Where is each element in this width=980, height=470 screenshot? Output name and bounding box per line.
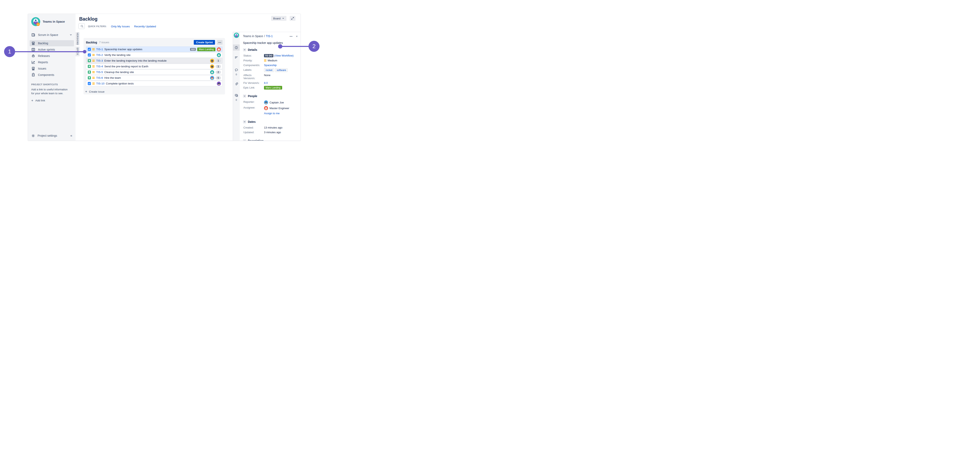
sidebar-item-reports[interactable]: Reports	[30, 59, 74, 65]
issue-row-tis-5[interactable]: TIS-5 Cleanup the landing site 2	[86, 69, 223, 75]
priority-value: Medium	[264, 59, 298, 62]
assign-to-me-link[interactable]: Assign to me	[264, 112, 298, 115]
detail-more-button[interactable]: •••	[290, 35, 293, 38]
backlog-icon	[31, 41, 35, 45]
plus-icon: +	[31, 99, 33, 102]
issue-row-tis-2[interactable]: TIS-2 Verify the landing site	[86, 52, 223, 58]
affects-version-label: Affects Version/s:	[243, 74, 263, 80]
fix-version-link[interactable]: 8.0	[264, 81, 298, 84]
estimate-badge: 8.0	[190, 48, 196, 51]
expand-fullscreen-button[interactable]	[290, 16, 296, 21]
issue-key-link[interactable]: TIS-4	[96, 65, 103, 68]
view-workflow-link[interactable]: (View Workflow)	[274, 54, 294, 57]
sidebar-item-label: Backlog	[38, 41, 48, 45]
issue-key-link[interactable]: TIS-3	[96, 59, 103, 62]
sidebar-item-issues[interactable]: Issues	[30, 65, 74, 71]
sidebar-item-label: Releases	[38, 54, 50, 57]
issue-key-link[interactable]: TIS-2	[96, 54, 103, 57]
reporter-name: Captain Joe	[269, 101, 284, 104]
issue-row-tis-6[interactable]: TIS-6 Hire the team 5	[86, 75, 223, 81]
quick-filters-label: QUICK FILTERS:	[88, 25, 107, 27]
paperclip-icon	[235, 82, 238, 86]
label-chip[interactable]: rocket	[264, 68, 274, 72]
breadcrumb-issue-link[interactable]: TIS-1	[266, 35, 273, 38]
dates-fields: Created: 13 minutes ago Updated: 3 minut…	[243, 126, 298, 134]
create-sprint-button[interactable]: Create Sprint	[194, 40, 215, 44]
search-input[interactable]	[78, 23, 85, 29]
issue-key-link[interactable]: TIS-5	[96, 71, 103, 74]
details-tab-button[interactable]	[233, 44, 240, 51]
issue-key-link[interactable]: TIS-10	[96, 82, 105, 85]
issue-row-tis-1[interactable]: TIS-1 Spaceship tracker app updates 8.0 …	[86, 46, 223, 52]
component-label: Component/s:	[243, 64, 263, 67]
comment-bubble-icon	[235, 68, 238, 72]
detail-icon-strip: 0 0	[233, 32, 240, 141]
board-icon	[31, 33, 35, 37]
callout-line-2	[280, 46, 309, 47]
sidebar-item-releases[interactable]: Releases	[30, 53, 74, 59]
project-header[interactable]: <> Teams in Space	[30, 17, 74, 26]
priority-medium-icon	[92, 71, 95, 73]
board-dropdown-label: Board	[273, 17, 280, 20]
section-people-label: People	[248, 94, 257, 98]
sidebar-item-scrum-in-space[interactable]: Scrum in Space	[30, 32, 74, 38]
filter-recently-updated[interactable]: Recently Updated	[134, 25, 156, 28]
comments-tab-button[interactable]	[233, 67, 240, 73]
issue-row-tis-4[interactable]: TIS-4 Send the pre-landing report to Ear…	[86, 64, 223, 69]
task-type-icon	[88, 54, 91, 57]
sidebar: <> Teams in Space Scrum in Space Ba	[28, 14, 76, 141]
section-details[interactable]: Details	[243, 48, 298, 51]
page-header: Backlog QUICK FILTERS: Only My Issues Re…	[76, 14, 301, 32]
issue-key-link[interactable]: TIS-6	[96, 76, 103, 79]
section-details-label: Details	[248, 48, 257, 51]
chevron-down-icon	[243, 48, 246, 51]
subtasks-tab-button[interactable]	[233, 92, 240, 98]
assignee-value: Master Engineer	[264, 106, 298, 110]
backlog-more-button[interactable]: •••	[217, 40, 223, 44]
create-issue-button[interactable]: + Create issue	[85, 90, 223, 94]
sidebar-item-label: Reports	[38, 60, 48, 64]
collapse-sidebar-icon[interactable]: «	[70, 133, 72, 138]
description-tab-button[interactable]	[233, 54, 240, 60]
priority-medium-icon	[92, 54, 95, 56]
affects-version-value: None	[264, 74, 298, 77]
component-link[interactable]: Spaceship	[264, 64, 298, 67]
sidebar-item-label: Components	[38, 73, 54, 76]
section-description[interactable]: Description	[243, 139, 298, 141]
board-dropdown[interactable]: Board	[271, 16, 286, 21]
breadcrumb-project[interactable]: Teams in Space	[243, 35, 263, 38]
issue-row-tis-10[interactable]: TIS-10 Complete ignition tests	[86, 81, 223, 86]
close-icon[interactable]: ×	[296, 35, 298, 38]
priority-text: Medium	[268, 59, 277, 62]
created-value: 13 minutes ago	[264, 126, 298, 129]
section-dates[interactable]: Dates	[243, 120, 298, 124]
fix-version-label: Fix Version/s:	[243, 81, 263, 84]
tab-versions[interactable]: VERSIONS	[76, 32, 80, 45]
story-type-icon	[88, 65, 91, 68]
reporter-avatar	[264, 100, 268, 105]
priority-medium-icon	[264, 60, 266, 61]
section-people[interactable]: People	[243, 94, 298, 98]
issue-row-tis-3[interactable]: TIS-3 Enter the landing trajectory into …	[86, 58, 223, 64]
project-avatar-icon[interactable]	[234, 33, 239, 38]
sidebar-item-backlog[interactable]: Backlog	[30, 40, 74, 46]
issue-key-link[interactable]: TIS-1	[96, 48, 103, 51]
attachments-tab-button[interactable]	[233, 81, 240, 87]
priority-medium-icon	[92, 77, 95, 79]
sidebar-item-components[interactable]: Components	[30, 72, 74, 78]
assignee-avatar	[217, 82, 221, 86]
add-link-button[interactable]: + Add link	[31, 99, 72, 102]
filter-only-my-issues[interactable]: Only My Issues	[111, 25, 130, 28]
issue-detail-panel: 0 0 Teams in Space	[233, 32, 301, 141]
project-settings-button[interactable]: Project settings «	[31, 133, 72, 138]
assignee-avatar	[264, 106, 268, 110]
label-chip[interactable]: software	[275, 68, 288, 72]
svg-text:<>: <>	[37, 24, 39, 25]
epic-badge[interactable]: Mars Landing	[264, 86, 282, 90]
callout-line-1	[15, 51, 84, 52]
align-left-icon	[235, 56, 238, 59]
backlog-area: VERSIONS EPICS Backlog 7 issues Create S…	[76, 32, 233, 141]
subtask-count-badge: 1	[216, 65, 221, 68]
subtask-count-badge: 1	[216, 59, 221, 62]
issue-summary: Enter the landing trajectory into the la…	[104, 59, 167, 62]
